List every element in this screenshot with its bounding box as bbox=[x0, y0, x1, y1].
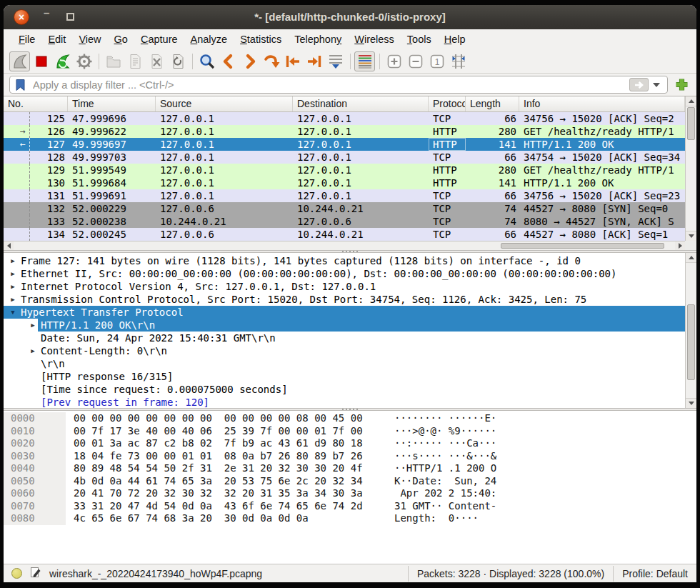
menu-edit[interactable]: Edit bbox=[41, 31, 72, 48]
column-header-destination[interactable]: Destination bbox=[293, 96, 429, 111]
column-header-length[interactable]: Length bbox=[466, 96, 519, 111]
hex-row-0040[interactable]: 004080 89 48 54 54 50 2f 31 2e 31 20 32 … bbox=[4, 462, 496, 475]
menu-go[interactable]: Go bbox=[108, 31, 134, 48]
packet-row-125[interactable]: 12547.999696127.0.0.1127.0.0.1TCP6634756… bbox=[4, 112, 685, 125]
detail-row-3[interactable]: ▶Transmission Control Protocol, Src Port… bbox=[4, 293, 685, 306]
zoom-in-button[interactable] bbox=[384, 51, 404, 71]
menu-wireless[interactable]: Wireless bbox=[348, 31, 401, 48]
column-header-time[interactable]: Time bbox=[68, 96, 156, 111]
hex-row-0080[interactable]: 00804c 65 6e 67 74 68 3a 20 30 0d 0a 0d … bbox=[4, 512, 496, 525]
menu-file[interactable]: File bbox=[12, 31, 41, 48]
detail-row-2[interactable]: ▶Internet Protocol Version 4, Src: 127.0… bbox=[4, 280, 685, 293]
hex-row-0020[interactable]: 002000 01 3a ac 87 c2 b8 02 7f b9 ac 43 … bbox=[4, 437, 496, 450]
collapsed-arrow-icon[interactable]: ▶ bbox=[8, 283, 18, 290]
scroll-left-arrow[interactable] bbox=[4, 241, 14, 250]
detail-row-1[interactable]: ▶Ethernet II, Src: 00:00:00_00:00:00 (00… bbox=[4, 267, 685, 280]
auto-scroll-icon bbox=[327, 53, 344, 70]
detail-row-10[interactable]: [Time since request: 0.000075000 seconds… bbox=[4, 383, 685, 396]
capture-start-button[interactable] bbox=[9, 51, 30, 71]
packet-row-128[interactable]: 12849.999703127.0.0.1127.0.0.1TCP6634754… bbox=[4, 151, 685, 164]
packet-row-126[interactable]: 12649.999622127.0.0.1127.0.0.1HTTP280GET… bbox=[4, 125, 685, 138]
add-filter-button[interactable] bbox=[671, 76, 692, 94]
zoom-out-button[interactable] bbox=[405, 51, 426, 71]
hex-row-0060[interactable]: 006020 41 70 72 20 32 30 32 32 20 31 35 … bbox=[4, 487, 496, 500]
detail-row-11[interactable]: [Prev request in frame: 120] bbox=[4, 396, 685, 408]
detail-row-0[interactable]: ▶Frame 127: 141 bytes on wire (1128 bits… bbox=[4, 254, 685, 267]
packet-list-vertical-scrollbar[interactable] bbox=[685, 96, 696, 241]
save-file-button[interactable] bbox=[124, 51, 145, 71]
packet-row-129[interactable]: 12951.999549127.0.0.1127.0.0.1HTTP280GET… bbox=[4, 164, 685, 176]
column-header-protocol[interactable]: Protocol bbox=[429, 96, 466, 111]
scroll-down-arrow[interactable] bbox=[686, 398, 696, 408]
auto-scroll-button[interactable] bbox=[325, 51, 346, 71]
filter-bookmark-icon[interactable] bbox=[14, 79, 26, 94]
scroll-up-arrow[interactable] bbox=[686, 253, 696, 263]
scrollbar-thumb[interactable] bbox=[687, 107, 695, 140]
collapsed-arrow-icon[interactable]: ▶ bbox=[28, 347, 38, 354]
hex-row-0000[interactable]: 000000 00 00 00 00 00 00 00 00 00 00 00 … bbox=[4, 412, 496, 425]
collapsed-arrow-icon[interactable]: ▶ bbox=[28, 322, 38, 329]
packet-row-133[interactable]: 13352.00023810.244.0.21127.0.0.6TCP74808… bbox=[4, 215, 685, 228]
menu-telephony[interactable]: Telephony bbox=[288, 31, 348, 48]
capture-stop-button[interactable] bbox=[31, 51, 51, 71]
hex-row-0010[interactable]: 001000 7f 17 3e 40 00 40 06 25 39 7f 00 … bbox=[4, 425, 496, 438]
menu-help[interactable]: Help bbox=[438, 31, 472, 48]
apply-filter-button[interactable] bbox=[629, 78, 649, 91]
packet-list-horizontal-scrollbar[interactable] bbox=[4, 241, 685, 250]
profile-indicator[interactable]: Profile: Default bbox=[613, 566, 696, 582]
capture-restart-button[interactable] bbox=[52, 51, 73, 71]
display-filter-input[interactable] bbox=[9, 76, 668, 94]
detail-row-8[interactable]: \r\n bbox=[4, 357, 685, 370]
menu-tools[interactable]: Tools bbox=[401, 31, 438, 48]
column-header-source[interactable]: Source bbox=[156, 96, 293, 111]
dst-cell: 127.0.0.1 bbox=[293, 189, 429, 202]
resize-columns-button[interactable] bbox=[448, 51, 469, 71]
collapsed-arrow-icon[interactable]: ▶ bbox=[8, 296, 18, 303]
close-file-button[interactable] bbox=[146, 51, 166, 71]
go-back-button[interactable] bbox=[218, 51, 239, 71]
capture-comment-icon[interactable] bbox=[30, 567, 41, 581]
packet-row-131[interactable]: 13151.999691127.0.0.1127.0.0.1TCP6634756… bbox=[4, 189, 685, 202]
menu-statistics[interactable]: Statistics bbox=[234, 31, 288, 48]
go-first-button[interactable] bbox=[282, 51, 303, 71]
detail-row-4[interactable]: ▼Hypertext Transfer Protocol bbox=[4, 306, 685, 319]
go-to-packet-button[interactable] bbox=[261, 51, 281, 71]
scrollbar-thumb[interactable] bbox=[687, 304, 695, 380]
packet-row-132[interactable]: 13252.000229127.0.0.610.244.0.21TCP74445… bbox=[4, 202, 685, 215]
open-file-button[interactable] bbox=[103, 51, 124, 71]
scroll-right-arrow[interactable] bbox=[675, 241, 685, 250]
packet-row-127[interactable]: 12749.999697127.0.0.1127.0.0.1HTTP141HTT… bbox=[4, 138, 685, 151]
scrollbar-thumb[interactable] bbox=[501, 243, 664, 249]
packet-row-130[interactable]: 13051.999684127.0.0.1127.0.0.1HTTP141HTT… bbox=[4, 176, 685, 189]
detail-row-6[interactable]: Date: Sun, 24 Apr 2022 15:40:31 GMT\r\n bbox=[4, 332, 685, 344]
scroll-down-arrow[interactable] bbox=[686, 231, 696, 241]
expanded-arrow-icon[interactable]: ▼ bbox=[8, 309, 18, 316]
hex-row-0070[interactable]: 007033 31 20 47 4d 54 0d 0a 43 6f 6e 74 … bbox=[4, 500, 496, 513]
find-packet-button[interactable] bbox=[196, 51, 217, 71]
collapsed-arrow-icon[interactable]: ▶ bbox=[8, 257, 18, 264]
collapsed-arrow-icon[interactable]: ▶ bbox=[8, 270, 18, 277]
hex-row-0050[interactable]: 00504b 0d 0a 44 61 74 65 3a 20 53 75 6e … bbox=[4, 475, 496, 488]
menu-view[interactable]: View bbox=[72, 31, 107, 48]
expert-info-icon[interactable] bbox=[11, 568, 22, 579]
colorize-button[interactable] bbox=[354, 51, 375, 71]
detail-row-5[interactable]: ▶HTTP/1.1 200 OK\r\n bbox=[4, 319, 685, 332]
packet-list-header[interactable]: No.TimeSourceDestinationProtocolLengthIn… bbox=[4, 96, 685, 112]
zoom-original-button[interactable]: 1 bbox=[426, 51, 447, 71]
go-last-button[interactable] bbox=[304, 51, 324, 71]
detail-row-9[interactable]: [HTTP response 16/315] bbox=[4, 370, 685, 383]
scroll-up-arrow[interactable] bbox=[686, 96, 696, 106]
column-header-info[interactable]: Info bbox=[519, 96, 685, 111]
details-vertical-scrollbar[interactable] bbox=[685, 253, 696, 408]
hex-row-0030[interactable]: 003018 04 fe 73 00 00 01 01 08 0a b7 26 … bbox=[4, 450, 496, 463]
menu-analyze[interactable]: Analyze bbox=[184, 31, 234, 48]
capture-options-button[interactable] bbox=[74, 51, 94, 71]
filter-dropdown-caret[interactable] bbox=[653, 83, 660, 87]
reload-file-button[interactable] bbox=[167, 51, 188, 71]
menu-capture[interactable]: Capture bbox=[134, 31, 184, 48]
detail-row-7[interactable]: ▶Content-Length: 0\r\n bbox=[4, 344, 685, 357]
hex-dump: 000000 00 00 00 00 00 00 00 00 00 00 00 … bbox=[4, 412, 496, 525]
go-forward-button[interactable] bbox=[239, 51, 260, 71]
packet-row-134[interactable]: 13452.000245127.0.0.610.244.0.21TCP66445… bbox=[4, 228, 685, 241]
column-header-no[interactable]: No. bbox=[4, 96, 68, 111]
